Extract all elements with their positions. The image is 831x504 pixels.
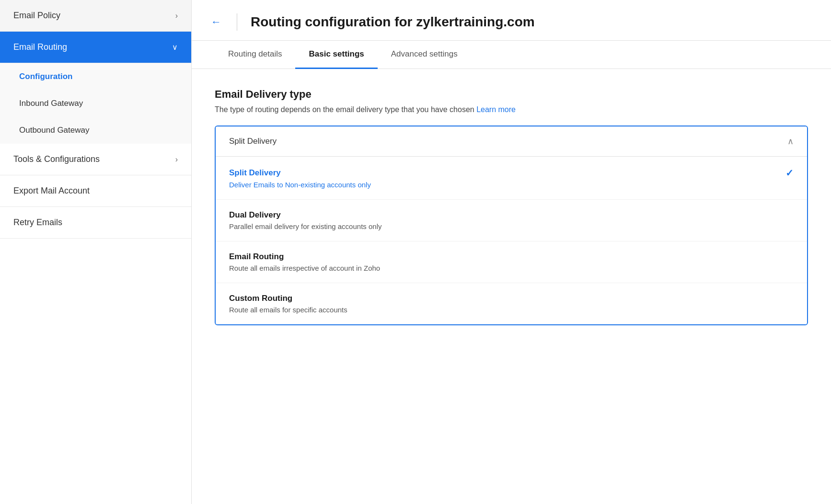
option-title: Email Routing: [229, 252, 794, 262]
sidebar-item-label: Email Routing: [13, 42, 67, 52]
sidebar-sub-item-outbound-gateway[interactable]: Outbound Gateway: [0, 117, 191, 144]
content-area: Email Delivery type The type of routing …: [192, 69, 831, 504]
learn-more-link[interactable]: Learn more: [476, 105, 516, 114]
option-description: Route all emails for specific accounts: [229, 306, 794, 314]
option-custom-routing[interactable]: Custom Routing Route all emails for spec…: [216, 283, 807, 324]
option-dual-delivery[interactable]: Dual Delivery Parallel email delivery fo…: [216, 200, 807, 241]
sidebar-sub-item-inbound-gateway[interactable]: Inbound Gateway: [0, 90, 191, 117]
page-header: ← Routing configuration for zylkertraini…: [192, 0, 831, 41]
option-title: Custom Routing: [229, 294, 794, 303]
tab-advanced-settings[interactable]: Advanced settings: [378, 41, 471, 69]
chevron-down-icon: ∨: [172, 43, 178, 52]
sidebar-item-export-mail[interactable]: Export Mail Account: [0, 175, 191, 207]
delivery-type-description: The type of routing depends on the email…: [215, 105, 808, 114]
sidebar-sub-item-configuration[interactable]: Configuration: [0, 63, 191, 90]
chevron-up-icon: ∧: [787, 136, 794, 147]
delivery-type-dropdown: Split Delivery ∧ Split Delivery ✓ Delive…: [215, 126, 808, 325]
dropdown-header[interactable]: Split Delivery ∧: [216, 126, 807, 157]
sidebar-item-label: Email Policy: [13, 11, 60, 21]
sidebar-sub-item-label: Inbound Gateway: [19, 99, 83, 108]
dropdown-options-list: Split Delivery ✓ Deliver Emails to Non-e…: [216, 157, 807, 324]
option-description: Deliver Emails to Non-existing accounts …: [229, 181, 794, 189]
sidebar: Email Policy › Email Routing ∨ Configura…: [0, 0, 192, 504]
tab-basic-settings[interactable]: Basic settings: [295, 41, 377, 69]
option-title: Split Delivery: [229, 168, 281, 178]
sidebar-item-label: Retry Emails: [13, 218, 62, 228]
option-description: Parallel email delivery for existing acc…: [229, 222, 794, 230]
tab-bar: Routing details Basic settings Advanced …: [192, 41, 831, 69]
sidebar-item-label: Tools & Configurations: [13, 154, 100, 164]
header-divider: [237, 13, 237, 31]
checkmark-icon: ✓: [785, 167, 794, 179]
dropdown-selected-label: Split Delivery: [229, 137, 277, 146]
chevron-right-icon: ›: [175, 11, 178, 20]
sidebar-item-email-routing[interactable]: Email Routing ∨: [0, 32, 191, 63]
sidebar-item-email-policy[interactable]: Email Policy ›: [0, 0, 191, 32]
option-description: Route all emails irrespective of account…: [229, 264, 794, 272]
option-split-delivery[interactable]: Split Delivery ✓ Deliver Emails to Non-e…: [216, 157, 807, 200]
option-email-routing[interactable]: Email Routing Route all emails irrespect…: [216, 241, 807, 283]
sidebar-sub-item-label: Configuration: [19, 72, 72, 81]
option-title: Dual Delivery: [229, 210, 794, 220]
main-content: ← Routing configuration for zylkertraini…: [192, 0, 831, 504]
option-header-row: Split Delivery ✓: [229, 167, 794, 179]
page-title: Routing configuration for zylkertraining…: [251, 14, 535, 30]
back-button[interactable]: ←: [211, 16, 221, 28]
chevron-right-icon: ›: [175, 155, 178, 164]
sidebar-item-tools-configurations[interactable]: Tools & Configurations ›: [0, 144, 191, 175]
sidebar-item-retry-emails[interactable]: Retry Emails: [0, 207, 191, 239]
sidebar-item-label: Export Mail Account: [13, 186, 90, 196]
delivery-type-title: Email Delivery type: [215, 88, 808, 101]
sidebar-sub-item-label: Outbound Gateway: [19, 126, 89, 135]
tab-routing-details[interactable]: Routing details: [215, 41, 295, 69]
